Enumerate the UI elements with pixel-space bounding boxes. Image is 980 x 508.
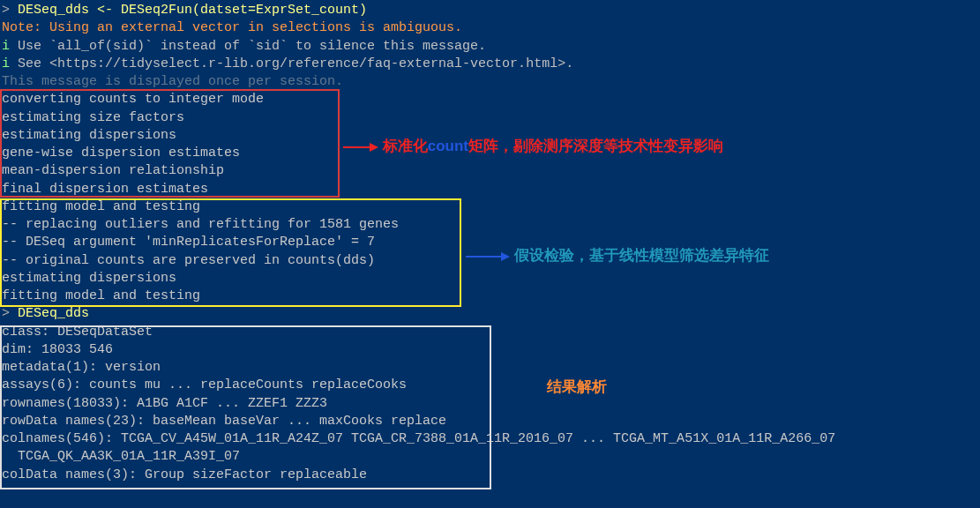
tip1-text: Use `all_of(sid)` instead of `sid` to si… [18, 39, 486, 54]
highlight-box-red [0, 89, 340, 198]
info-icon: i [2, 39, 10, 54]
note-line: Note: Using an external vector in select… [0, 19, 980, 37]
annotation-3: 结果解析 [547, 377, 607, 398]
arrow-icon [466, 250, 510, 263]
svg-marker-3 [501, 252, 510, 261]
highlight-box-white [0, 325, 491, 489]
command-line-1: > DESeq_dds <- DESeq2Fun(datset=ExprSet_… [0, 2, 980, 19]
highlight-box-yellow [0, 198, 461, 307]
cmd-text: DESeq_dds <- DESeq2Fun(datset=ExprSet_co… [18, 3, 367, 18]
tip-line-1: i Use `all_of(sid)` instead of `sid` to … [0, 38, 980, 56]
tip-line-2: i See <https://tidyselect.r-lib.org/refe… [0, 56, 980, 73]
arrow-icon [343, 141, 378, 153]
cmd2-text: DESeq_dds [18, 306, 89, 321]
svg-marker-1 [370, 143, 378, 152]
anno1-suffix: 矩阵，剔除测序深度等技术性变异影响 [468, 138, 723, 154]
anno1-prefix: 标准化 [383, 138, 428, 154]
annotation-2: 假设检验，基于线性模型筛选差异特征 [466, 246, 769, 266]
annotation-1: 标准化count矩阵，剔除测序深度等技术性变异影响 [343, 137, 723, 157]
prompt-symbol: > [2, 306, 18, 321]
info-icon: i [2, 56, 10, 71]
prompt-symbol: > [2, 3, 18, 18]
anno2-text: 假设检验，基于线性模型筛选差异特征 [514, 247, 769, 264]
command-line-2: > DESeq_dds [0, 305, 980, 323]
tip2-text: See <https://tidyselect.r-lib.org/refere… [18, 56, 573, 71]
anno1-count: count [428, 138, 468, 154]
